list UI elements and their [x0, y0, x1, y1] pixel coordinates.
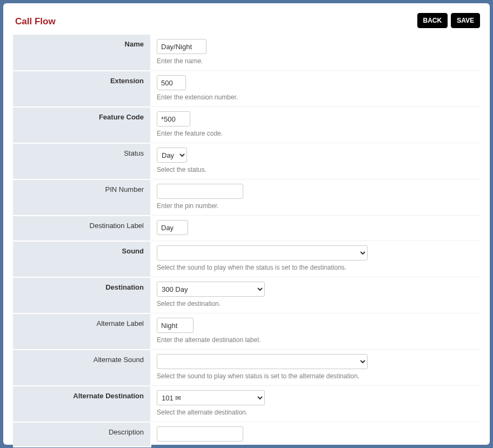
alternate-destination-select[interactable]: 101 ✉: [157, 390, 265, 405]
row-pin: PIN Number Enter the pin number.: [13, 179, 480, 216]
row-alt-label: Alternate Label Enter the alternate dest…: [13, 313, 480, 350]
status-select[interactable]: Day: [157, 148, 187, 163]
help-sound: Select the sound to play when the status…: [157, 264, 475, 271]
label-extension: Extension: [13, 71, 151, 107]
save-button-top[interactable]: SAVE: [451, 13, 480, 28]
help-alt-destination: Select the alternate destination.: [157, 409, 475, 416]
form-panel: Call Flow BACK SAVE Name Enter the name.…: [3, 3, 490, 445]
help-status: Select the status.: [157, 166, 475, 173]
help-pin: Enter the pin number.: [157, 202, 475, 210]
destination-label-input[interactable]: [157, 220, 188, 235]
label-pin: PIN Number: [13, 179, 151, 216]
row-alt-destination: Alternate Destination 101 ✉ Select the a…: [13, 386, 480, 422]
row-name: Name Enter the name.: [13, 35, 480, 71]
pin-input[interactable]: [157, 184, 243, 199]
feature-code-input[interactable]: [157, 111, 190, 126]
row-alt-sound: Alternate Sound Select the sound to play…: [13, 350, 480, 386]
help-alt-sound: Select the sound to play when status is …: [157, 372, 475, 380]
page-title: Call Flow: [15, 16, 56, 27]
extension-input[interactable]: [157, 75, 186, 90]
label-dest-label: Destination Label: [13, 216, 151, 241]
help-extension: Enter the extension number.: [157, 93, 475, 101]
label-description: Description: [13, 422, 151, 447]
label-destination: Destination: [13, 277, 151, 313]
label-alt-sound: Alternate Sound: [13, 350, 151, 386]
form-table: Name Enter the name. Extension Enter the…: [13, 35, 480, 447]
label-feature-code: Feature Code: [13, 107, 151, 143]
label-alt-label: Alternate Label: [13, 313, 151, 350]
name-input[interactable]: [157, 39, 206, 54]
alternate-sound-select[interactable]: [157, 354, 368, 369]
row-feature-code: Feature Code Enter the feature code.: [13, 107, 480, 143]
row-extension: Extension Enter the extension number.: [13, 71, 480, 107]
row-destination: Destination 300 Day Select the destinati…: [13, 277, 480, 313]
help-alt-label: Enter the alternate destination label.: [157, 336, 475, 344]
back-button[interactable]: BACK: [417, 13, 448, 28]
row-description: Description: [13, 422, 480, 447]
header-button-group: BACK SAVE: [417, 13, 480, 28]
sound-select[interactable]: [157, 245, 368, 260]
destination-select[interactable]: 300 Day: [157, 282, 265, 297]
alternate-label-input[interactable]: [157, 318, 194, 333]
help-destination: Select the destination.: [157, 300, 475, 307]
label-status: Status: [13, 143, 151, 179]
row-dest-label: Destination Label: [13, 216, 480, 241]
row-sound: Sound Select the sound to play when the …: [13, 241, 480, 277]
label-name: Name: [13, 35, 151, 71]
help-name: Enter the name.: [157, 57, 475, 65]
label-sound: Sound: [13, 241, 151, 277]
row-status: Status Day Select the status.: [13, 143, 480, 179]
description-input[interactable]: [157, 426, 243, 442]
help-feature-code: Enter the feature code.: [157, 130, 475, 137]
label-alt-destination: Alternate Destination: [13, 386, 151, 422]
